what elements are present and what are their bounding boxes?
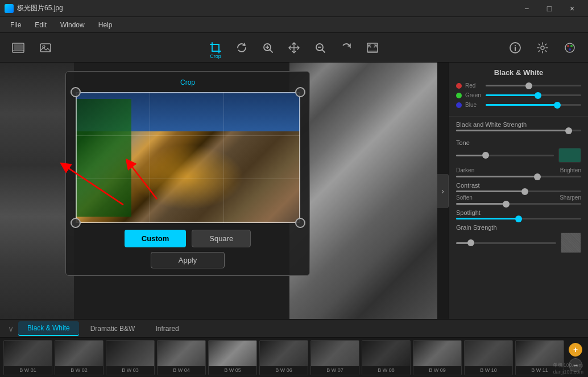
panel-toggle-button[interactable]: › xyxy=(437,174,449,208)
zoom-out-tool-btn[interactable] xyxy=(308,35,333,60)
film-thumb-7 xyxy=(311,341,359,366)
film-label-7: B W 07 xyxy=(311,366,359,375)
image-view-tool[interactable] xyxy=(6,35,31,60)
darken-thumb[interactable] xyxy=(534,173,541,180)
film-item-bw09[interactable]: B W 09 xyxy=(413,340,462,375)
film-item-bw08[interactable]: B W 08 xyxy=(362,340,411,375)
menu-help[interactable]: Help xyxy=(93,19,118,31)
film-label-5: B W 05 xyxy=(209,366,256,375)
bw-strength-slider[interactable] xyxy=(456,130,581,131)
tabs-chevron[interactable]: ∨ xyxy=(6,322,16,335)
blue-slider-fill xyxy=(486,104,557,106)
contrast-slider[interactable] xyxy=(456,190,581,192)
crop-mode-buttons: Custom Square xyxy=(73,230,303,247)
film-item-bw02[interactable]: B W 02 xyxy=(55,340,103,375)
photo-enhance-tool[interactable] xyxy=(33,35,58,60)
custom-mode-button[interactable]: Custom xyxy=(125,230,186,247)
titlebar: 极光图片65.jpg − □ × xyxy=(0,0,588,17)
menu-edit[interactable]: Edit xyxy=(29,19,52,31)
settings-tool-btn[interactable] xyxy=(530,35,555,60)
crop-canvas[interactable] xyxy=(76,92,300,223)
film-thumb-3 xyxy=(106,341,154,366)
bw-strength-thumb[interactable] xyxy=(565,127,572,134)
tone-slider[interactable] xyxy=(456,155,554,156)
crop-handle-tr[interactable] xyxy=(295,87,305,97)
tab-black-white[interactable]: Black & White xyxy=(18,321,79,336)
svg-rect-3 xyxy=(40,44,51,52)
tab-dramatic-bw[interactable]: Dramatic B&W xyxy=(81,322,144,335)
svg-rect-1 xyxy=(14,44,23,50)
film-item-bw10[interactable]: B W 10 xyxy=(464,340,513,375)
crop-handle-tl[interactable] xyxy=(71,87,81,97)
film-label-9: B W 09 xyxy=(413,366,461,375)
tab-infrared[interactable]: Infrared xyxy=(146,322,188,335)
darken-brighten-labels: Darken Brighten xyxy=(449,167,588,173)
svg-line-9 xyxy=(270,49,273,52)
contrast-fill xyxy=(456,190,525,192)
close-button[interactable]: × xyxy=(561,0,583,17)
contrast-thumb[interactable] xyxy=(521,188,528,195)
apply-button[interactable]: Apply xyxy=(151,252,225,268)
svg-point-18 xyxy=(541,46,544,49)
crop-glow xyxy=(131,144,244,210)
film-label-3: B W 03 xyxy=(106,366,154,375)
svg-point-17 xyxy=(515,45,516,46)
filmstrip: B W 01 B W 02 B W 03 B W 04 B W 05 B W 0… xyxy=(0,337,588,377)
info-tool-btn[interactable] xyxy=(503,35,528,60)
bw-strength-fill xyxy=(456,130,569,131)
film-thumb-6 xyxy=(260,341,308,366)
film-item-bw03[interactable]: B W 03 xyxy=(106,340,155,375)
redo-tool-btn[interactable] xyxy=(334,35,359,60)
grain-slider[interactable] xyxy=(456,242,556,244)
square-mode-button[interactable]: Square xyxy=(192,230,251,247)
green-slider-thumb[interactable] xyxy=(535,92,541,99)
blue-slider-track[interactable] xyxy=(486,104,581,106)
menu-file[interactable]: File xyxy=(5,19,27,31)
fit-screen-tool-btn[interactable] xyxy=(360,35,385,60)
crop-handle-bl[interactable] xyxy=(71,218,81,228)
darken-brighten-slider[interactable] xyxy=(456,176,581,177)
add-preset-button[interactable]: + xyxy=(569,343,582,357)
green-slider-track[interactable] xyxy=(486,94,581,96)
palette-tool-btn[interactable] xyxy=(557,35,582,60)
film-item-bw04[interactable]: B W 04 xyxy=(157,340,206,375)
blue-slider-thumb[interactable] xyxy=(554,102,561,109)
soften-thumb[interactable] xyxy=(503,201,510,208)
crop-image xyxy=(76,92,300,223)
green-label: Green xyxy=(465,92,482,98)
darken-fill xyxy=(456,176,537,177)
spotlight-thumb[interactable] xyxy=(515,216,522,222)
film-item-bw05[interactable]: B W 05 xyxy=(208,340,257,375)
film-item-bw07[interactable]: B W 07 xyxy=(310,340,359,375)
minimize-button[interactable]: − xyxy=(515,0,538,17)
film-label-4: B W 04 xyxy=(158,366,205,375)
crop-tool-btn[interactable]: Crop xyxy=(203,35,228,60)
film-thumb-2 xyxy=(55,341,103,366)
film-item-bw06[interactable]: B W 06 xyxy=(259,340,308,375)
main-area: Crop xyxy=(0,63,588,319)
film-item-bw01[interactable]: B W 01 xyxy=(3,340,52,375)
app-icon xyxy=(5,4,14,13)
right-panel: Black & White Red Green xyxy=(449,63,588,319)
menu-window[interactable]: Window xyxy=(55,19,90,31)
crop-handle-br[interactable] xyxy=(295,218,305,228)
maximize-button[interactable]: □ xyxy=(538,0,561,17)
soften-sharpen-slider[interactable] xyxy=(456,203,581,205)
tone-slider-row xyxy=(456,148,581,163)
spotlight-slider[interactable] xyxy=(456,218,581,219)
zoom-in-tool-btn[interactable] xyxy=(255,35,280,60)
film-thumb-4 xyxy=(158,341,205,366)
tone-thumb[interactable] xyxy=(482,152,489,159)
red-slider-track[interactable] xyxy=(486,85,581,86)
red-dot xyxy=(456,83,462,89)
image-bw-left xyxy=(0,63,74,319)
watermark: 单机100.comdanji100.com xyxy=(553,362,583,375)
grain-label: Grain Strength xyxy=(456,224,581,231)
red-label: Red xyxy=(465,82,482,89)
move-tool-btn[interactable] xyxy=(281,35,307,60)
rotate-tool-btn[interactable] xyxy=(229,35,254,60)
soften-fill xyxy=(456,203,506,205)
grain-thumb[interactable] xyxy=(467,239,474,246)
image-bw-right xyxy=(289,63,437,319)
red-slider-thumb[interactable] xyxy=(525,82,532,89)
